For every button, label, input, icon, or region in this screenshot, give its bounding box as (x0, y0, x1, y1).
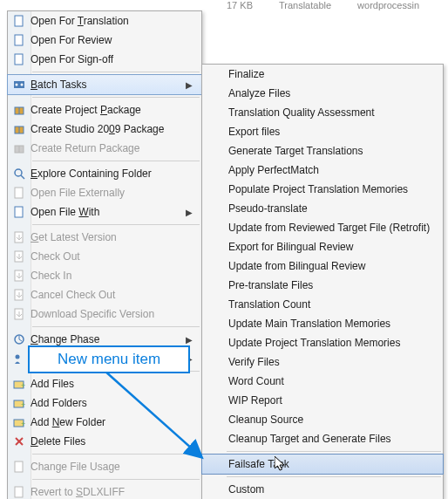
menu-item-wip-report[interactable]: WIP Report (202, 391, 443, 410)
bg-type: wordprocessin (357, 0, 419, 12)
blank-icon (202, 480, 225, 499)
menu-item-revert-to-sdlxliff: Revert to SDLXLIFF (8, 482, 201, 499)
callout-text: New menu item (58, 351, 160, 367)
menu-item-open-file-externally: Open File Externally (8, 183, 201, 202)
blank-icon (202, 455, 225, 474)
menu-separator (227, 451, 441, 452)
menu-item-label: Check Out (31, 250, 193, 263)
blank-icon (202, 218, 225, 237)
blank-icon (202, 103, 225, 122)
menu-item-populate-project-translation-memories[interactable]: Populate Project Translation Memories (202, 180, 443, 199)
menu-item-explore-containing-folder[interactable]: Explore Containing Folder (8, 164, 201, 183)
menu-item-label: Add Files (31, 378, 193, 390)
menu-item-delete-files[interactable]: Delete Files (8, 432, 201, 451)
menu-item-finalize[interactable]: Finalize (202, 65, 443, 84)
menu-item-label: Batch Tasks (31, 79, 180, 91)
svg-point-22 (16, 355, 20, 359)
menu-item-open-for-sign-off[interactable]: Open For Sign-off (8, 50, 201, 69)
svg-rect-15 (15, 207, 23, 217)
revert-icon (8, 482, 31, 499)
menu-item-create-studio-2009-package[interactable]: Create Studio 2009 Package (8, 120, 201, 139)
menu-item-open-file-with[interactable]: Open File With▶ (8, 202, 201, 222)
add-folders-icon: + (8, 393, 31, 413)
menu-item-label: Open For Sign-off (31, 53, 193, 65)
menu-item-label: Translation Count (225, 298, 434, 311)
svg-text:+: + (21, 400, 25, 409)
menu-separator (32, 479, 200, 480)
menu-item-update-main-translation-memories[interactable]: Update Main Translation Memories (202, 314, 443, 333)
menu-item-pre-translate-files[interactable]: Pre-translate Files (202, 276, 443, 295)
explore-icon (8, 164, 31, 183)
menu-item-label: Update from Bilingual Review (225, 260, 434, 272)
menu-item-apply-perfectmatch[interactable]: Apply PerfectMatch (202, 161, 443, 180)
menu-separator (32, 454, 200, 455)
doc-sign-icon (8, 50, 31, 69)
menu-item-label: Create Return Package (31, 142, 193, 154)
menu-item-batch-tasks[interactable]: Batch Tasks▶ (7, 74, 202, 95)
blank-icon (202, 161, 225, 180)
blank-icon (202, 372, 225, 391)
menu-item-pseudo-translate[interactable]: Pseudo-translate (202, 199, 443, 218)
menu-item-custom[interactable]: Custom (202, 480, 443, 499)
menu-item-add-folders[interactable]: +Add Folders (8, 393, 201, 413)
menu-item-verify-files[interactable]: Verify Files (202, 352, 443, 372)
menu-item-label: Custom (225, 483, 434, 496)
menu-item-add-new-folder[interactable]: +Add New Folder (8, 413, 201, 432)
menu-item-translation-quality-assessment[interactable]: Translation Quality Assessment (202, 103, 443, 122)
menu-separator (32, 97, 200, 98)
menu-item-label: Populate Project Translation Memories (225, 183, 434, 195)
menu-item-analyze-files[interactable]: Analyze Files (202, 84, 443, 103)
checkout-icon (8, 247, 31, 266)
blank-icon (202, 295, 225, 314)
menu-item-label: Update from Reviewed Target File (Retrof… (225, 222, 434, 234)
menu-item-export-files[interactable]: Export files (202, 122, 443, 141)
open-ext-icon (8, 183, 31, 202)
doc-open-icon (8, 11, 31, 31)
svg-rect-32 (15, 487, 23, 497)
menu-item-add-files[interactable]: +Add Files (8, 374, 201, 393)
menu-item-update-from-bilingual-review[interactable]: Update from Bilingual Review (202, 256, 443, 276)
menu-item-label: Generate Target Translations (225, 145, 434, 157)
menu-item-label: Pre-translate Files (225, 279, 434, 291)
blank-icon (202, 122, 225, 141)
menu-item-label: Cleanup Source (225, 414, 434, 426)
menu-item-label: Change File Usage (31, 461, 193, 473)
return-pkg-icon (8, 139, 31, 158)
menu-item-label: Check In (31, 270, 193, 282)
blank-icon (202, 429, 225, 448)
bg-status: Translatable (279, 0, 331, 12)
blank-icon (202, 333, 225, 352)
download-ver-icon (8, 304, 31, 324)
menu-separator (227, 476, 441, 477)
menu-item-label: Export files (225, 126, 434, 138)
context-menu[interactable]: Open For TranslationOpen For ReviewOpen … (7, 10, 202, 499)
menu-item-create-project-package[interactable]: Create Project Package (8, 100, 201, 120)
menu-item-word-count[interactable]: Word Count (202, 372, 443, 391)
menu-item-label: Analyze Files (225, 87, 434, 99)
menu-item-export-for-bilingual-review[interactable]: Export for Bilingual Review (202, 237, 443, 256)
svg-point-12 (15, 169, 22, 176)
menu-item-cleanup-target-and-generate-files[interactable]: Cleanup Target and Generate Files (202, 429, 443, 448)
submenu-arrow-icon: ▶ (186, 80, 193, 90)
menu-item-open-for-translation[interactable]: Open For Translation (8, 11, 201, 31)
blank-icon (202, 199, 225, 218)
menu-item-label: Open File Externally (31, 187, 193, 199)
package09-icon (8, 120, 31, 139)
blank-icon (202, 410, 225, 429)
batch-tasks-submenu[interactable]: FinalizeAnalyze FilesTranslation Quality… (201, 64, 444, 499)
menu-item-update-from-reviewed-target-file-retrofit[interactable]: Update from Reviewed Target File (Retrof… (202, 218, 443, 237)
bg-size: 17 KB (227, 0, 253, 12)
menu-item-label: Explore Containing Folder (31, 167, 193, 180)
menu-item-update-project-translation-memories[interactable]: Update Project Translation Memories (202, 333, 443, 352)
batch-icon (8, 75, 31, 94)
menu-item-label: Download Specific Version (31, 308, 193, 320)
svg-line-13 (21, 175, 24, 179)
blank-icon (202, 180, 225, 199)
menu-item-translation-count[interactable]: Translation Count (202, 295, 443, 314)
menu-item-generate-target-translations[interactable]: Generate Target Translations (202, 141, 443, 161)
menu-item-open-for-review[interactable]: Open For Review (8, 31, 201, 50)
menu-item-label: Failsafe Task (225, 458, 434, 470)
menu-item-cleanup-source[interactable]: Cleanup Source (202, 410, 443, 429)
menu-item-failsafe-task[interactable]: Failsafe Task (201, 454, 444, 475)
menu-item-label: Cancel Check Out (31, 289, 193, 301)
